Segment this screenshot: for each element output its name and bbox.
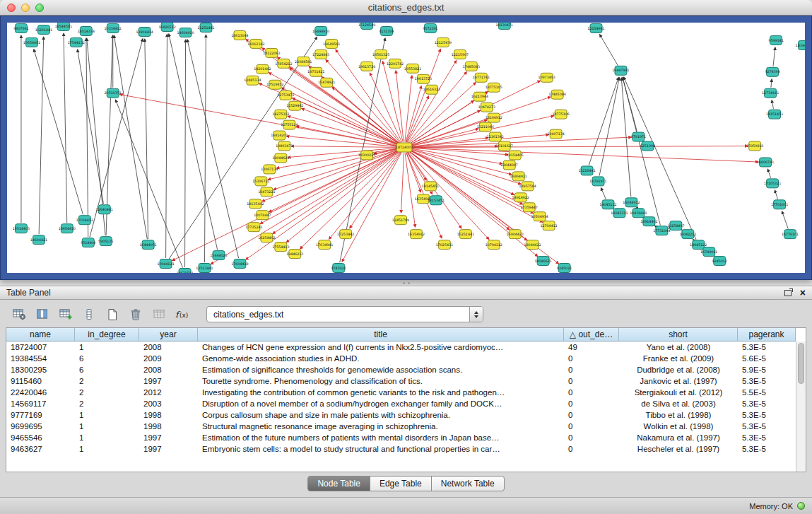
graph-node[interactable]: 16694910 <box>312 26 329 35</box>
table-row[interactable]: 946554611997Estimation of the future num… <box>6 432 796 443</box>
graph-node[interactable]: 15444023 <box>210 251 227 260</box>
graph-node[interactable]: 17544132 <box>68 37 85 47</box>
graph-node[interactable]: 10474273 <box>478 103 495 112</box>
graph-node[interactable]: 19613723 <box>415 74 432 83</box>
show-columns-button[interactable] <box>33 307 52 322</box>
network-canvas[interactable]: 1872400718613044160123421812206317854212… <box>7 23 805 273</box>
graph-node[interactable]: 10504934 <box>531 212 548 221</box>
graph-node[interactable]: 9745021 <box>331 264 346 273</box>
import-table-button[interactable] <box>150 307 168 322</box>
graph-node[interactable]: 14604410 <box>177 28 194 37</box>
graph-node[interactable]: 17025431 <box>436 240 453 250</box>
graph-node[interactable]: 16561325 <box>372 49 389 59</box>
graph-node[interactable]: 14914622 <box>512 193 529 202</box>
graph-node[interactable]: 18153451 <box>428 196 445 205</box>
graph-node[interactable]: 10973493 <box>539 73 555 82</box>
graph-node[interactable]: 10079447 <box>254 211 271 220</box>
close-panel-icon[interactable]: × <box>800 288 806 298</box>
window-titlebar[interactable]: citations_edges.txt <box>0 0 812 16</box>
graph-node[interactable]: 12734411 <box>762 88 779 98</box>
graph-node[interactable]: 18731421 <box>307 67 324 76</box>
graph-node[interactable]: 20510351 <box>105 88 122 98</box>
graph-node[interactable]: 17854212 <box>275 59 292 68</box>
graph-node[interactable]: 10439441 <box>630 209 647 218</box>
graph-node[interactable]: 8791971 <box>631 132 646 141</box>
table-row[interactable]: 1830029562008Estimation of significance … <box>6 364 796 375</box>
tab-edge-table[interactable]: Edge Table <box>370 476 432 491</box>
graph-node[interactable]: 12904414 <box>136 27 153 36</box>
graph-node[interactable]: 16042211 <box>679 230 696 239</box>
column-header[interactable]: in_degree <box>75 328 139 341</box>
column-header[interactable]: year <box>139 328 198 341</box>
graph-node[interactable]: 9514404 <box>81 238 95 247</box>
graph-node[interactable]: 17253442 <box>337 230 354 239</box>
graph-node[interactable]: 16254402 <box>258 233 275 243</box>
graph-node[interactable]: 19613726 <box>358 62 375 71</box>
graph-node[interactable]: 18957584 <box>519 182 536 191</box>
graph-node[interactable]: 17604418 <box>231 259 248 269</box>
graph-node[interactable]: 17735241 <box>245 223 262 232</box>
graph-node[interactable]: 15251441 <box>457 230 474 239</box>
graph-node[interactable]: 9245021 <box>557 264 572 273</box>
tab-node-table[interactable]: Node Table <box>307 476 370 491</box>
graph-node[interactable]: 16649561 <box>323 39 340 48</box>
graph-node[interactable]: 18130471 <box>496 23 513 29</box>
graph-node[interactable]: 13211046 <box>477 122 494 132</box>
graph-node[interactable]: 19154405 <box>507 151 524 160</box>
graph-node[interactable]: 17105321 <box>764 179 781 188</box>
graph-node[interactable]: 17224843 <box>312 49 329 59</box>
graph-node[interactable]: 16473221 <box>258 187 275 197</box>
graph-node[interactable]: 17034412 <box>76 216 93 225</box>
graph-node[interactable]: 18164912 <box>486 113 502 122</box>
graph-node[interactable]: 12513441 <box>196 264 213 273</box>
graph-node[interactable]: 10893471 <box>276 141 293 151</box>
graph-node[interactable]: 17634941 <box>316 240 333 250</box>
graph-node[interactable]: 15306721 <box>252 177 269 186</box>
new-column-button[interactable] <box>57 307 75 322</box>
graph-node[interactable]: 15124549 <box>358 23 375 29</box>
graph-node[interactable]: 16814201 <box>271 131 288 140</box>
graph-node[interactable]: 5905135 <box>98 237 113 246</box>
graph-node[interactable]: 18122063 <box>263 48 280 57</box>
table-row[interactable]: 911546021997Tourette syndrome. Phenomeno… <box>6 375 796 387</box>
graph-node[interactable]: 17359447 <box>521 203 538 212</box>
table-row[interactable]: 977716911998Corpus callosum shape and si… <box>6 409 796 421</box>
table-scrollbar[interactable] <box>796 341 806 472</box>
column-header[interactable]: title <box>198 328 564 341</box>
graph-node[interactable]: 9274394 <box>765 67 779 76</box>
graph-node[interactable]: 19044621 <box>272 153 289 163</box>
row-options-button[interactable] <box>80 307 98 322</box>
graph-node[interactable]: 14045112 <box>599 200 616 209</box>
graph-node[interactable]: 12154981 <box>587 23 604 33</box>
graph-node[interactable]: 16776101 <box>782 230 799 239</box>
panel-splitter[interactable] <box>0 280 812 286</box>
graph-node[interactable]: 16101627 <box>496 141 513 151</box>
graph-node[interactable]: 11251441 <box>197 23 214 32</box>
graph-node[interactable]: 18300225 <box>358 151 375 160</box>
graph-node[interactable]: 12215907 <box>452 49 469 59</box>
graph-node[interactable]: 16444051 <box>140 240 157 250</box>
graph-node[interactable]: 19514403 <box>13 224 30 233</box>
graph-node[interactable]: 17701631 <box>771 200 788 209</box>
graph-node[interactable]: 12755124 <box>281 120 298 129</box>
graph-node[interactable]: 10254407 <box>667 221 684 230</box>
graph-node[interactable]: 13216441 <box>578 166 595 175</box>
graph-node[interactable]: 12885134 <box>244 76 261 85</box>
scrollbar-thumb[interactable] <box>798 343 804 384</box>
graph-node[interactable]: 12201742 <box>387 59 404 68</box>
column-header[interactable]: pagerank <box>738 328 796 341</box>
graph-node[interactable]: 14201442 <box>254 64 271 74</box>
graph-node[interactable]: 8131304 <box>379 26 394 35</box>
graph-node[interactable]: 16864911 <box>510 172 527 181</box>
graph-node[interactable]: 6251998 <box>640 141 655 151</box>
graph-node[interactable]: 12125439 <box>435 37 452 47</box>
table-row[interactable]: 946362711997Embryonic stem cells: a mode… <box>6 443 796 455</box>
graph-node[interactable]: 16291441 <box>35 25 52 34</box>
graph-node[interactable]: 19145451 <box>422 182 439 191</box>
graph-node[interactable]: 15654401 <box>23 37 40 47</box>
graph-node[interactable]: 12640441 <box>96 205 113 214</box>
graph-node[interactable]: 17485084 <box>548 90 565 99</box>
graph-node[interactable]: 18775106 <box>552 110 569 119</box>
graph-node[interactable]: 11529442 <box>286 101 303 110</box>
graph-node[interactable]: 16771741 <box>473 73 490 82</box>
